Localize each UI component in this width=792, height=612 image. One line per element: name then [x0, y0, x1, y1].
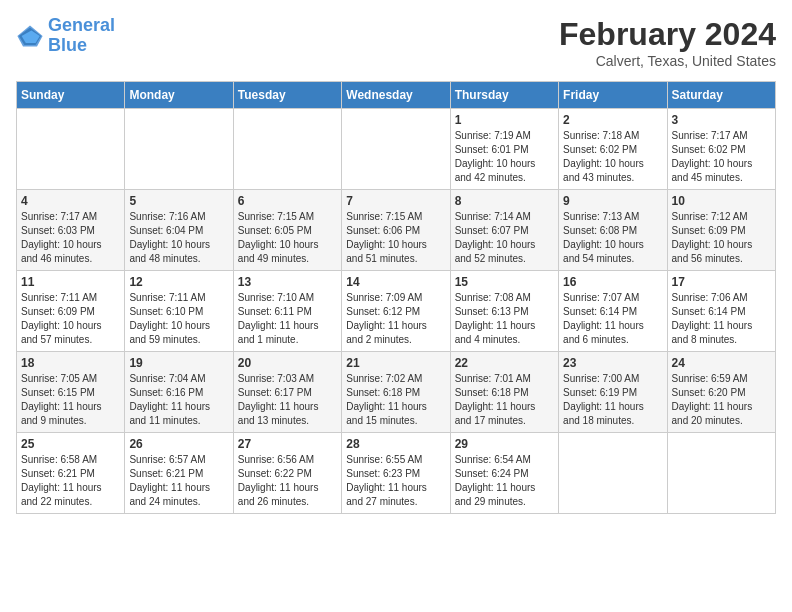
day-number: 14	[346, 275, 445, 289]
day-info: Sunrise: 6:54 AM Sunset: 6:24 PM Dayligh…	[455, 453, 554, 509]
calendar-cell: 12Sunrise: 7:11 AM Sunset: 6:10 PM Dayli…	[125, 271, 233, 352]
day-info: Sunrise: 7:17 AM Sunset: 6:02 PM Dayligh…	[672, 129, 771, 185]
day-info: Sunrise: 7:06 AM Sunset: 6:14 PM Dayligh…	[672, 291, 771, 347]
day-info: Sunrise: 6:59 AM Sunset: 6:20 PM Dayligh…	[672, 372, 771, 428]
day-number: 22	[455, 356, 554, 370]
day-info: Sunrise: 7:11 AM Sunset: 6:10 PM Dayligh…	[129, 291, 228, 347]
calendar-cell: 3Sunrise: 7:17 AM Sunset: 6:02 PM Daylig…	[667, 109, 775, 190]
logo-line1: General	[48, 16, 115, 36]
logo-line2: Blue	[48, 36, 115, 56]
week-row-1: 1Sunrise: 7:19 AM Sunset: 6:01 PM Daylig…	[17, 109, 776, 190]
calendar-cell	[667, 433, 775, 514]
day-info: Sunrise: 7:15 AM Sunset: 6:06 PM Dayligh…	[346, 210, 445, 266]
calendar-cell: 5Sunrise: 7:16 AM Sunset: 6:04 PM Daylig…	[125, 190, 233, 271]
week-row-5: 25Sunrise: 6:58 AM Sunset: 6:21 PM Dayli…	[17, 433, 776, 514]
week-row-2: 4Sunrise: 7:17 AM Sunset: 6:03 PM Daylig…	[17, 190, 776, 271]
calendar-cell: 16Sunrise: 7:07 AM Sunset: 6:14 PM Dayli…	[559, 271, 667, 352]
logo-text: General Blue	[48, 16, 115, 56]
week-row-4: 18Sunrise: 7:05 AM Sunset: 6:15 PM Dayli…	[17, 352, 776, 433]
day-info: Sunrise: 7:04 AM Sunset: 6:16 PM Dayligh…	[129, 372, 228, 428]
day-info: Sunrise: 7:03 AM Sunset: 6:17 PM Dayligh…	[238, 372, 337, 428]
day-info: Sunrise: 7:10 AM Sunset: 6:11 PM Dayligh…	[238, 291, 337, 347]
calendar-cell: 29Sunrise: 6:54 AM Sunset: 6:24 PM Dayli…	[450, 433, 558, 514]
day-info: Sunrise: 7:14 AM Sunset: 6:07 PM Dayligh…	[455, 210, 554, 266]
week-row-3: 11Sunrise: 7:11 AM Sunset: 6:09 PM Dayli…	[17, 271, 776, 352]
subtitle: Calvert, Texas, United States	[559, 53, 776, 69]
calendar-cell: 1Sunrise: 7:19 AM Sunset: 6:01 PM Daylig…	[450, 109, 558, 190]
day-number: 7	[346, 194, 445, 208]
header-cell-monday: Monday	[125, 82, 233, 109]
main-title: February 2024	[559, 16, 776, 53]
day-info: Sunrise: 7:13 AM Sunset: 6:08 PM Dayligh…	[563, 210, 662, 266]
day-number: 24	[672, 356, 771, 370]
day-info: Sunrise: 7:18 AM Sunset: 6:02 PM Dayligh…	[563, 129, 662, 185]
calendar-cell: 8Sunrise: 7:14 AM Sunset: 6:07 PM Daylig…	[450, 190, 558, 271]
day-info: Sunrise: 6:58 AM Sunset: 6:21 PM Dayligh…	[21, 453, 120, 509]
calendar-cell: 24Sunrise: 6:59 AM Sunset: 6:20 PM Dayli…	[667, 352, 775, 433]
calendar-cell	[17, 109, 125, 190]
logo: General Blue	[16, 16, 115, 56]
calendar-cell: 28Sunrise: 6:55 AM Sunset: 6:23 PM Dayli…	[342, 433, 450, 514]
calendar-cell: 18Sunrise: 7:05 AM Sunset: 6:15 PM Dayli…	[17, 352, 125, 433]
day-info: Sunrise: 7:01 AM Sunset: 6:18 PM Dayligh…	[455, 372, 554, 428]
day-info: Sunrise: 7:08 AM Sunset: 6:13 PM Dayligh…	[455, 291, 554, 347]
calendar-cell: 17Sunrise: 7:06 AM Sunset: 6:14 PM Dayli…	[667, 271, 775, 352]
calendar-cell: 15Sunrise: 7:08 AM Sunset: 6:13 PM Dayli…	[450, 271, 558, 352]
day-number: 29	[455, 437, 554, 451]
day-info: Sunrise: 7:17 AM Sunset: 6:03 PM Dayligh…	[21, 210, 120, 266]
day-info: Sunrise: 6:57 AM Sunset: 6:21 PM Dayligh…	[129, 453, 228, 509]
calendar-cell: 22Sunrise: 7:01 AM Sunset: 6:18 PM Dayli…	[450, 352, 558, 433]
calendar-cell: 10Sunrise: 7:12 AM Sunset: 6:09 PM Dayli…	[667, 190, 775, 271]
calendar-cell: 9Sunrise: 7:13 AM Sunset: 6:08 PM Daylig…	[559, 190, 667, 271]
day-number: 21	[346, 356, 445, 370]
calendar-cell: 21Sunrise: 7:02 AM Sunset: 6:18 PM Dayli…	[342, 352, 450, 433]
day-info: Sunrise: 7:15 AM Sunset: 6:05 PM Dayligh…	[238, 210, 337, 266]
calendar-cell: 25Sunrise: 6:58 AM Sunset: 6:21 PM Dayli…	[17, 433, 125, 514]
header-cell-thursday: Thursday	[450, 82, 558, 109]
calendar-cell: 23Sunrise: 7:00 AM Sunset: 6:19 PM Dayli…	[559, 352, 667, 433]
calendar-cell	[233, 109, 341, 190]
day-info: Sunrise: 7:19 AM Sunset: 6:01 PM Dayligh…	[455, 129, 554, 185]
day-number: 2	[563, 113, 662, 127]
calendar-cell: 2Sunrise: 7:18 AM Sunset: 6:02 PM Daylig…	[559, 109, 667, 190]
day-info: Sunrise: 7:02 AM Sunset: 6:18 PM Dayligh…	[346, 372, 445, 428]
header: General Blue February 2024 Calvert, Texa…	[16, 16, 776, 69]
day-number: 13	[238, 275, 337, 289]
day-info: Sunrise: 7:07 AM Sunset: 6:14 PM Dayligh…	[563, 291, 662, 347]
calendar-cell: 6Sunrise: 7:15 AM Sunset: 6:05 PM Daylig…	[233, 190, 341, 271]
day-number: 23	[563, 356, 662, 370]
day-number: 15	[455, 275, 554, 289]
calendar-cell: 27Sunrise: 6:56 AM Sunset: 6:22 PM Dayli…	[233, 433, 341, 514]
day-info: Sunrise: 7:12 AM Sunset: 6:09 PM Dayligh…	[672, 210, 771, 266]
calendar-cell: 20Sunrise: 7:03 AM Sunset: 6:17 PM Dayli…	[233, 352, 341, 433]
header-cell-friday: Friday	[559, 82, 667, 109]
calendar-cell	[125, 109, 233, 190]
calendar-cell: 7Sunrise: 7:15 AM Sunset: 6:06 PM Daylig…	[342, 190, 450, 271]
calendar-cell	[559, 433, 667, 514]
header-cell-saturday: Saturday	[667, 82, 775, 109]
day-number: 27	[238, 437, 337, 451]
day-info: Sunrise: 7:11 AM Sunset: 6:09 PM Dayligh…	[21, 291, 120, 347]
day-info: Sunrise: 7:05 AM Sunset: 6:15 PM Dayligh…	[21, 372, 120, 428]
day-number: 1	[455, 113, 554, 127]
day-number: 8	[455, 194, 554, 208]
day-number: 9	[563, 194, 662, 208]
calendar-table: SundayMondayTuesdayWednesdayThursdayFrid…	[16, 81, 776, 514]
header-cell-wednesday: Wednesday	[342, 82, 450, 109]
calendar-header: SundayMondayTuesdayWednesdayThursdayFrid…	[17, 82, 776, 109]
header-cell-sunday: Sunday	[17, 82, 125, 109]
day-number: 11	[21, 275, 120, 289]
calendar-cell	[342, 109, 450, 190]
day-info: Sunrise: 7:16 AM Sunset: 6:04 PM Dayligh…	[129, 210, 228, 266]
day-info: Sunrise: 7:00 AM Sunset: 6:19 PM Dayligh…	[563, 372, 662, 428]
day-number: 17	[672, 275, 771, 289]
day-number: 16	[563, 275, 662, 289]
day-number: 25	[21, 437, 120, 451]
day-info: Sunrise: 6:56 AM Sunset: 6:22 PM Dayligh…	[238, 453, 337, 509]
day-number: 26	[129, 437, 228, 451]
header-row: SundayMondayTuesdayWednesdayThursdayFrid…	[17, 82, 776, 109]
day-number: 6	[238, 194, 337, 208]
calendar-cell: 4Sunrise: 7:17 AM Sunset: 6:03 PM Daylig…	[17, 190, 125, 271]
day-info: Sunrise: 7:09 AM Sunset: 6:12 PM Dayligh…	[346, 291, 445, 347]
day-number: 20	[238, 356, 337, 370]
